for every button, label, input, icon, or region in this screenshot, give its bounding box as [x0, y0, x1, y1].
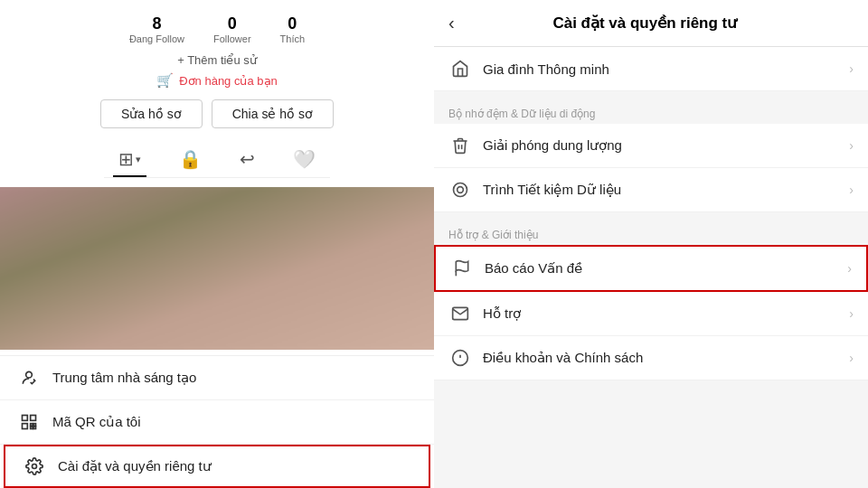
storage-section-label: Bộ nhớ đệm & Dữ liệu di động [434, 99, 868, 124]
likes-count: 0 [288, 14, 297, 33]
dropdown-menu: Trung tâm nhà sáng tạo Mã QR của tôi C [0, 355, 434, 488]
share-profile-button[interactable]: Chia sẻ hồ sơ [212, 99, 334, 128]
menu-item-creator-center[interactable]: Trung tâm nhà sáng tạo [0, 356, 434, 400]
qr-label: Mã QR của tôi [52, 414, 141, 430]
settings-label: Cài đặt và quyền riêng tư [58, 458, 212, 474]
svg-point-9 [454, 183, 467, 197]
chevron-right-icon-4: › [847, 261, 852, 276]
section-smart-home: Gia đình Thông minh › [434, 47, 868, 91]
menu-item-qr[interactable]: Mã QR của tôi [0, 400, 434, 445]
creator-center-label: Trung tâm nhà sáng tạo [52, 370, 196, 386]
profile-photo-blur [0, 187, 434, 350]
following-label: Đang Follow [129, 33, 184, 44]
smart-home-label: Gia đình Thông minh [483, 61, 838, 77]
help-label: Hỗ trợ [483, 305, 838, 322]
profile-image-area [0, 187, 434, 350]
svg-rect-1 [23, 416, 28, 421]
back-button[interactable]: ‹ [448, 13, 455, 33]
section-support: Báo cáo Vấn đề › Hỗ trợ › [434, 245, 868, 380]
chevron-right-icon-2: › [849, 138, 854, 153]
menu-item-settings[interactable]: Cài đặt và quyền riêng tư [4, 445, 430, 488]
chevron-down-icon: ▾ [136, 154, 141, 165]
right-content: Gia đình Thông minh › Bộ nhớ đệm & Dữ li… [434, 47, 868, 488]
svg-point-0 [26, 371, 33, 378]
svg-rect-6 [31, 427, 33, 429]
right-panel-title: Cài đặt và quyền riêng tư [464, 14, 826, 33]
free-space-label: Giải phóng dung lượng [483, 137, 838, 154]
order-link-text: Đơn hàng của bạn [179, 74, 278, 88]
creator-center-icon [18, 369, 40, 387]
tab-repost[interactable]: ↩ [234, 141, 260, 177]
report-label: Báo cáo Vấn đề [485, 260, 836, 277]
follower-label: Follower [213, 33, 251, 44]
likes-label: Thích [280, 33, 306, 44]
chevron-right-icon-6: › [849, 351, 854, 365]
settings-item-help[interactable]: Hỗ trợ › [434, 292, 868, 336]
svg-rect-2 [31, 416, 36, 421]
cart-icon: 🛒 [156, 72, 174, 89]
data-saver-icon [448, 181, 472, 199]
stat-following: 8 Đang Follow [129, 14, 184, 44]
repost-icon: ↩ [240, 148, 255, 170]
chevron-right-icon-3: › [849, 183, 854, 197]
report-icon [450, 259, 474, 277]
settings-icon [24, 457, 45, 475]
settings-item-data-saver[interactable]: Trình Tiết kiệm Dữ liệu › [434, 168, 868, 212]
grid-icon: ⊞ [118, 148, 134, 170]
tab-heart[interactable]: 🤍 [288, 141, 321, 177]
support-section-label: Hỗ trợ & Giới thiệu [434, 220, 868, 245]
data-saver-label: Trình Tiết kiệm Dữ liệu [483, 182, 838, 198]
right-header: ‹ Cài đặt và quyền riêng tư [434, 0, 868, 47]
settings-item-report[interactable]: Báo cáo Vấn đề › [434, 245, 868, 292]
tab-grid[interactable]: ⊞ ▾ [113, 141, 146, 177]
lock-icon: 🔒 [179, 148, 202, 170]
stat-follower: 0 Follower [213, 14, 251, 44]
follower-count: 0 [228, 14, 237, 33]
order-link[interactable]: 🛒 Đơn hàng của bạn [156, 72, 278, 89]
tab-lock[interactable]: 🔒 [174, 141, 207, 177]
help-icon [448, 305, 472, 323]
chevron-right-icon-5: › [849, 306, 854, 321]
smart-home-icon [448, 60, 472, 78]
following-count: 8 [152, 14, 161, 33]
svg-rect-7 [33, 424, 36, 427]
stats-row: 8 Đang Follow 0 Follower 0 Thích [129, 14, 305, 44]
svg-point-10 [458, 187, 464, 193]
svg-rect-3 [23, 424, 28, 429]
chevron-right-icon: › [849, 61, 854, 76]
settings-item-smart-home[interactable]: Gia đình Thông minh › [434, 47, 868, 91]
button-row: Sửa hồ sơ Chia sẻ hồ sơ [100, 99, 334, 128]
svg-rect-4 [31, 424, 33, 427]
tabs-row: ⊞ ▾ 🔒 ↩ 🤍 [104, 141, 330, 178]
svg-point-8 [33, 465, 37, 469]
left-panel: 8 Đang Follow 0 Follower 0 Thích + Thêm … [0, 0, 434, 488]
terms-label: Điều khoản và Chính sách [483, 350, 838, 366]
settings-item-free-space[interactable]: Giải phóng dung lượng › [434, 124, 868, 168]
add-bio-text[interactable]: + Thêm tiểu sử [177, 53, 257, 67]
section-storage: Giải phóng dung lượng › Trình Tiết kiệm … [434, 124, 868, 212]
qr-icon [18, 413, 40, 431]
svg-rect-5 [33, 427, 36, 429]
heart-icon: 🤍 [293, 148, 316, 170]
trash-icon [448, 136, 472, 155]
profile-top: 8 Đang Follow 0 Follower 0 Thích + Thêm … [0, 0, 434, 187]
edit-profile-button[interactable]: Sửa hồ sơ [100, 99, 203, 128]
settings-item-terms[interactable]: Điều khoản và Chính sách › [434, 336, 868, 380]
terms-icon [448, 349, 472, 367]
right-panel: ‹ Cài đặt và quyền riêng tư Gia đình Thô… [434, 0, 868, 488]
stat-likes: 0 Thích [280, 14, 306, 44]
